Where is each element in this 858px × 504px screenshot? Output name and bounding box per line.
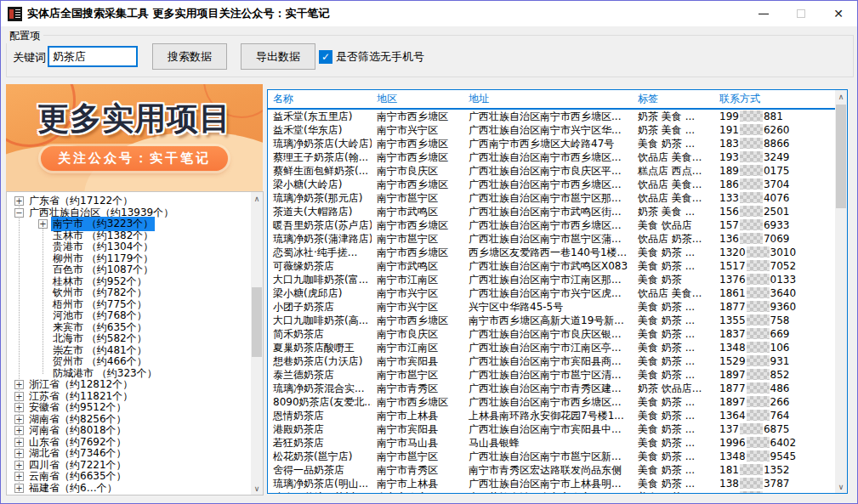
- tree-expander-icon[interactable]: [14, 196, 24, 206]
- config-group-label: 配置项: [6, 29, 43, 43]
- tree-expander-icon[interactable]: [14, 449, 24, 458]
- table-row[interactable]: 想巷奶茶店(力沃店) 南宁市宾阳县 广西壮族自治区南宁市宾阳县商... 美食 奶…: [268, 354, 835, 368]
- table-row[interactable]: 大口九咖啡奶茶(高... 南宁市西乡塘区 南宁市西乡塘区高新大道19号新... …: [268, 314, 835, 327]
- table-row[interactable]: 梁小糖(虎邱店) 南宁市兴宁区 广西壮族自治区南宁市兴宁区虎... 饮品店 美食…: [268, 286, 835, 300]
- store-name-cell: 蔡鲜生面包鲜奶茶(...: [268, 164, 372, 178]
- table-row[interactable]: 大口九咖啡奶茶(富... 南宁市江南区 广西壮族自治区南宁市江南区那... 美食…: [268, 273, 835, 286]
- tree-expander-icon[interactable]: [14, 438, 24, 447]
- tree-expander-icon[interactable]: [14, 380, 24, 389]
- tree-expander-icon[interactable]: [38, 219, 48, 229]
- table-row[interactable]: 味小吕蔗糖奶茶(大... 南宁市隆安县 广西壮族自治区南宁市隆安县国... 美食…: [268, 490, 835, 493]
- tags-cell: 美食 奶茶 ...: [633, 327, 714, 342]
- address-cell: 广西壮族自治区南宁市邕宁区新...: [463, 450, 633, 464]
- results-table: 名称 地区 地址 标签 联系方式 益禾堂(东五里店) 南宁市西乡塘区 广西壮族自…: [267, 89, 848, 494]
- tree-expander-icon[interactable]: [14, 461, 24, 470]
- table-row[interactable]: 简禾奶茶店 南宁市良庆区 广西壮族自治区南宁市良庆区银... 美食 奶茶 ...…: [268, 327, 835, 341]
- table-row[interactable]: 泰兰德奶茶店 南宁市邕宁区 广西壮族自治区南宁市邕宁区清... 美食 奶茶 ..…: [268, 368, 835, 382]
- close-button[interactable]: ✕: [820, 1, 857, 26]
- column-header-tags[interactable]: 标签: [633, 92, 714, 106]
- contact-cell: 15177052: [714, 260, 835, 272]
- contact-cell: 1811352: [714, 464, 835, 476]
- table-row[interactable]: 暖吾里奶茶店(苏卢店) 南宁市西乡塘区 广西壮族自治区南宁市西乡塘区... 美食…: [268, 218, 835, 232]
- contact-cell: 1838866: [714, 138, 835, 150]
- scroll-down-icon[interactable]: ∨: [835, 480, 847, 493]
- region-cell: 南宁市青秀区: [372, 463, 463, 478]
- store-name-cell: 味小吕蔗糖奶茶(大...: [268, 490, 372, 494]
- search-data-button[interactable]: 搜索数据: [152, 43, 227, 70]
- table-row[interactable]: 松花奶茶(邕宁店) 南宁市邕宁区 广西壮族自治区南宁市邕宁区新... 美食 奶茶…: [268, 450, 835, 463]
- table-row[interactable]: 琉璃净奶茶店(明山... 南宁市上林县 广西壮族自治区南宁市上林县明... 美食…: [268, 477, 835, 490]
- contact-cell: 1529931: [714, 355, 835, 367]
- checkbox-checked-icon[interactable]: ✓: [319, 50, 332, 64]
- table-row[interactable]: 琉璃净奶茶(那元店) 南宁市邕宁区 广西壮族自治区南宁市邕宁区那... 饮品店 …: [268, 191, 835, 205]
- column-header-name[interactable]: 名称: [268, 92, 372, 106]
- tree-items: 广东省（约17122个） 广西壮族自治区（约13939个） 南宁市 （约3223…: [7, 192, 251, 495]
- table-row[interactable]: 蔡理王子奶茶店(翰... 南宁市西乡塘区 广西壮族自治区南宁市西乡塘区... 饮…: [268, 150, 835, 164]
- blurred-phone-mask: [747, 328, 770, 339]
- maximize-button[interactable]: [782, 1, 820, 26]
- tree-expander-icon[interactable]: [14, 208, 24, 218]
- table-row[interactable]: 8090奶茶店(友爱北... 南宁市西乡塘区 广西壮族自治区南宁市西乡塘区...…: [268, 395, 835, 409]
- table-row[interactable]: 蔡鲜生面包鲜奶茶(... 南宁市良庆区 广西壮族自治区南宁市良庆区平... 糕点…: [268, 164, 835, 178]
- tags-cell: 饮品店 奶茶...: [633, 232, 714, 246]
- tree-item[interactable]: 福建省（约6…个）: [7, 483, 251, 495]
- table-scrollbar[interactable]: ∧ ∨: [835, 90, 847, 493]
- tags-cell: 美食 奶茶 ...: [633, 300, 714, 314]
- phone-prefix: 135: [719, 491, 739, 493]
- address-cell: 广西壮族自治区南宁市西乡塘区...: [463, 395, 633, 410]
- region-cell: 南宁市西乡塘区: [372, 110, 463, 124]
- table-row[interactable]: 恋蜀冰社·纯手搓... 南宁市西乡塘区 西乡塘区友爱路西一巷140号1楼... …: [268, 246, 835, 259]
- store-name-cell: 恩情奶茶店: [268, 409, 372, 423]
- phone-prefix: 1996: [719, 437, 746, 449]
- tree-scrollbar[interactable]: ∧ ∨: [251, 192, 263, 495]
- table-row[interactable]: 夏巢奶茶店酸嘢王 南宁市江南区 广西壮族自治区南宁市江南区亭... 美食 奶茶 …: [268, 341, 835, 354]
- tags-cell: 奶茶 美食 ...: [633, 123, 714, 138]
- table-row[interactable]: 琉璃净奶茶店(大岭店) 南宁市西乡塘区 广西南宁市西乡塘区大岭路47号 美食 奶…: [268, 137, 835, 150]
- table-row[interactable]: 琉璃净奶茶混合实... 南宁市青秀区 广西壮族自治区南宁市青秀区建... 奶茶 …: [268, 382, 835, 395]
- table-row[interactable]: 可薇缘奶茶店 南宁市武鸣区 广西壮族自治区南宁市武鸣区X083 美食 奶茶 ..…: [268, 259, 835, 273]
- minimize-button[interactable]: [745, 1, 782, 26]
- tree-expander-icon[interactable]: [14, 472, 24, 481]
- phone-suffix: 9360: [770, 301, 797, 313]
- phone-suffix: 8866: [764, 138, 790, 150]
- scroll-up-icon[interactable]: ∧: [835, 90, 847, 103]
- address-cell: 广西壮族自治区南宁市西乡塘区...: [463, 178, 633, 192]
- table-row[interactable]: 益禾堂(华东店) 南宁市兴宁区 广西壮族自治区南宁市兴宁区华... 奶茶 美食 …: [268, 123, 835, 137]
- tree-expander-icon[interactable]: [14, 426, 24, 435]
- table-row[interactable]: 琉璃净奶茶(蒲津路店) 南宁市邕宁区 广西壮族自治区南宁市邕宁区蒲... 饮品店…: [268, 232, 835, 246]
- table-row[interactable]: 小团子奶茶店 南宁市兴宁区 兴宁区中华路45-5号 美食 奶茶 ... 1877…: [268, 300, 835, 314]
- table-row[interactable]: 港殿奶茶店 南宁市宾阳县 广西壮族自治区南宁市宾阳县中... 美食 奶茶 ...…: [268, 422, 835, 436]
- title-bar[interactable]: 实体店全国搜索采集工具 更多实用项目关注公众号：实干笔记 ✕: [1, 1, 857, 26]
- phone-suffix: 3010: [770, 246, 797, 258]
- table-row[interactable]: 舍得一品奶茶店 南宁市青秀区 南宁市青秀区宏达路联发尚品东侧 美食 奶茶 ...…: [268, 463, 835, 477]
- column-header-contact[interactable]: 联系方式: [714, 92, 835, 106]
- table-scrollbar-thumb[interactable]: [836, 105, 846, 208]
- scroll-down-icon[interactable]: ∨: [251, 482, 263, 495]
- table-row[interactable]: 梁小糖(大岭店) 南宁市西乡塘区 广西壮族自治区南宁市西乡塘区... 饮品店 美…: [268, 178, 835, 191]
- column-header-region[interactable]: 地区: [372, 92, 463, 106]
- column-header-address[interactable]: 地址: [463, 92, 633, 106]
- tags-cell: 美食 饮品店: [633, 218, 714, 233]
- blurred-phone-mask: [747, 301, 770, 312]
- store-name-cell: 暖吾里奶茶店(苏卢店): [268, 218, 372, 233]
- tags-cell: 美食 奶茶 ...: [633, 314, 714, 328]
- scroll-up-icon[interactable]: ∧: [251, 192, 263, 205]
- table-row[interactable]: 茶道夫(大帽路店) 南宁市武鸣区 广西壮族自治区南宁市武鸣区街... 奶茶 美食…: [268, 205, 835, 218]
- region-cell: 南宁市西乡塘区: [372, 314, 463, 328]
- store-name-cell: 茶道夫(大帽路店): [268, 205, 372, 219]
- tree-expander-icon[interactable]: [14, 392, 24, 401]
- tree-expander-icon[interactable]: [14, 484, 24, 493]
- keyword-input[interactable]: [48, 46, 138, 67]
- blurred-phone-mask: [747, 314, 770, 326]
- tree-item-label[interactable]: 福建省（约6…个）: [27, 481, 119, 495]
- table-row[interactable]: 恩情奶茶店 南宁市上林县 上林县南环路永安御花园7号楼1... 美食 奶茶 ..…: [268, 409, 835, 422]
- export-data-button[interactable]: 导出数据: [241, 43, 315, 70]
- phone-prefix: 157: [719, 219, 739, 231]
- filter-checkbox-row[interactable]: ✓ 是否筛选无手机号: [319, 49, 424, 65]
- table-row[interactable]: 益禾堂(东五里店) 南宁市西乡塘区 广西壮族自治区南宁市西乡塘区... 奶茶 美…: [268, 110, 835, 123]
- table-row[interactable]: 若狂奶茶店 南宁市马山县 马山县银蜂 美食 奶茶 ... 19966402: [268, 436, 835, 450]
- tree-expander-icon[interactable]: [14, 403, 24, 412]
- tree-scrollbar-thumb[interactable]: [252, 287, 262, 357]
- address-cell: 兴宁区中华路45-5号: [463, 300, 633, 314]
- tree-expander-icon[interactable]: [14, 415, 24, 424]
